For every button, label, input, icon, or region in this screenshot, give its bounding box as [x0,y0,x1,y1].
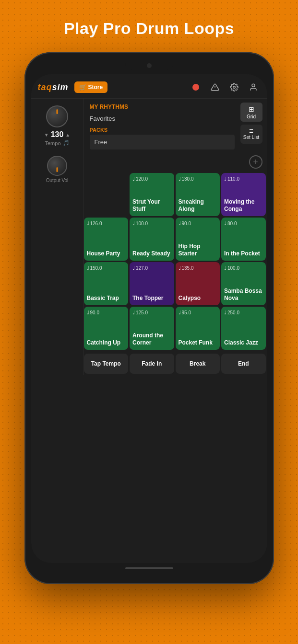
tempo-knob-container: ▼ 130 ▲ Tempo 🎵 [36,105,79,146]
record-button[interactable] [189,80,203,94]
end-button[interactable]: End [221,354,266,374]
pad-tempo: 95.0 [179,310,217,316]
metronome-icon: 🎵 [63,140,70,146]
pad-moving-the-conga[interactable]: 110.0 Moving the Conga [221,173,266,216]
pads-grid: 120.0 Strut Your Stuff 130.0 Sneaking Al… [84,172,267,351]
right-content: MY RHYTHMS Favorites PACKS Free ⊞ Grid [84,99,267,375]
pad-name: Catching Up [87,339,126,346]
pad-sneaking-along[interactable]: 130.0 Sneaking Along [176,173,220,216]
warning-button[interactable] [208,80,222,94]
pad-empty [84,173,129,216]
output-vol-knob[interactable] [47,156,67,176]
pad-tempo: 127.0 [132,265,171,271]
tempo-up-arrow[interactable]: ▲ [65,132,70,138]
profile-button[interactable] [246,80,261,94]
pad-tempo: 120.0 [132,176,171,182]
page-title: Play Pro Drum Loops [64,19,234,38]
pad-hip-hop-starter[interactable]: 90.0 Hip Hop Starter [176,218,220,261]
svg-point-3 [252,84,255,87]
pad-name: Moving the Conga [224,198,263,212]
bottom-controls: Tap Tempo Fade In Break End [84,352,267,375]
header-icons [189,80,261,94]
pad-name: Sneaking Along [179,198,217,212]
pad-tempo: 100.0 [224,265,263,271]
pad-tempo: 125.0 [132,310,171,316]
free-pack-button[interactable]: Free [90,135,235,150]
store-button[interactable]: 🛒 Store [74,81,108,93]
pad-tempo: 130.0 [179,176,217,182]
pad-name: Classic Jazz [224,339,263,346]
app-header: taqsim 🛒 Store [31,74,267,99]
tempo-value: 130 [51,130,64,139]
setlist-view-button[interactable]: ☰ Set List [240,125,262,144]
my-rhythms-label: MY RHYTHMS [90,104,235,110]
pad-in-the-pocket[interactable]: 80.0 In the Pocket [221,218,266,261]
grid-icon: ⊞ [249,105,254,113]
pad-name: Bassic Trap [87,295,126,301]
phone-screen: taqsim 🛒 Store [31,74,267,563]
cart-icon: 🛒 [79,84,86,91]
pad-around-the-corner[interactable]: 125.0 Around the Corner [130,307,174,350]
app-logo: taqsim [38,82,69,92]
pad-catching-up[interactable]: 90.0 Catching Up [84,307,129,350]
output-vol-container: Output Vol [36,156,79,183]
pad-bassic-trap[interactable]: 150.0 Bassic Trap [84,262,129,305]
left-panel: ▼ 130 ▲ Tempo 🎵 Output Vol [31,99,84,375]
pad-name: The Topper [132,295,171,301]
pad-ready-steady[interactable]: 100.0 Ready Steady [130,218,174,261]
pad-name: In the Pocket [224,250,263,257]
phone-bottom [31,563,267,577]
pad-tempo: 126.0 [87,220,126,227]
pad-tempo: 150.0 [87,265,126,271]
pad-name: Strut Your Stuff [132,198,171,212]
pad-tempo: 135.0 [179,265,217,271]
pad-strut-your-stuff[interactable]: 120.0 Strut Your Stuff [130,173,174,216]
notch [125,61,173,70]
list-icon: ☰ [249,128,253,134]
settings-button[interactable] [227,80,241,94]
add-btn-row: + [84,152,267,172]
packs-label: PACKS [90,127,235,133]
pad-tempo: 80.0 [224,220,263,227]
favorites-button[interactable]: Favorites [90,113,235,124]
main-area: ▼ 130 ▲ Tempo 🎵 Output Vol [31,99,267,375]
view-toggles: ⊞ Grid ☰ Set List [240,99,267,144]
pad-samba-bossa-nova[interactable]: 100.0 Samba Bossa Nova [221,262,266,305]
output-vol-label: Output Vol [46,178,69,183]
grid-view-button[interactable]: ⊞ Grid [240,103,262,122]
pad-classic-jazz[interactable]: 250.0 Classic Jazz [221,307,266,350]
pad-name: Calypso [179,295,217,301]
pad-pocket-funk[interactable]: 95.0 Pocket Funk [176,307,220,350]
pad-calypso[interactable]: 135.0 Calypso [176,262,220,305]
pad-tempo: 90.0 [87,310,126,316]
pad-tempo: 250.0 [224,310,263,316]
rhythm-selector-row: MY RHYTHMS Favorites PACKS Free ⊞ Grid [84,99,267,152]
pad-tempo: 110.0 [224,176,263,182]
tap-tempo-button[interactable]: Tap Tempo [84,354,129,374]
pad-house-party[interactable]: 126.0 House Party [84,218,129,261]
pad-tempo: 90.0 [179,220,217,227]
break-button[interactable]: Break [176,354,220,374]
pad-name: House Party [87,250,126,257]
add-button[interactable]: + [249,155,262,169]
tempo-label: Tempo 🎵 [45,140,69,146]
pad-the-topper[interactable]: 127.0 The Topper [130,262,174,305]
phone-shell: taqsim 🛒 Store [24,52,274,584]
fade-in-button[interactable]: Fade In [130,354,174,374]
record-dot [192,84,199,91]
tempo-knob[interactable] [46,105,68,127]
tempo-control: ▼ 130 ▲ [44,130,71,139]
phone-notch [31,59,267,72]
pad-name: Ready Steady [132,250,171,257]
svg-point-2 [233,86,235,89]
home-indicator [125,567,173,569]
tempo-down-arrow[interactable]: ▼ [44,132,49,138]
pad-name: Around the Corner [132,332,171,346]
rhythm-selector: MY RHYTHMS Favorites PACKS Free [84,99,240,152]
pad-name: Samba Bossa Nova [224,288,263,301]
pad-tempo: 100.0 [132,220,171,227]
pad-name: Pocket Funk [179,339,217,346]
pad-name: Hip Hop Starter [179,243,217,257]
